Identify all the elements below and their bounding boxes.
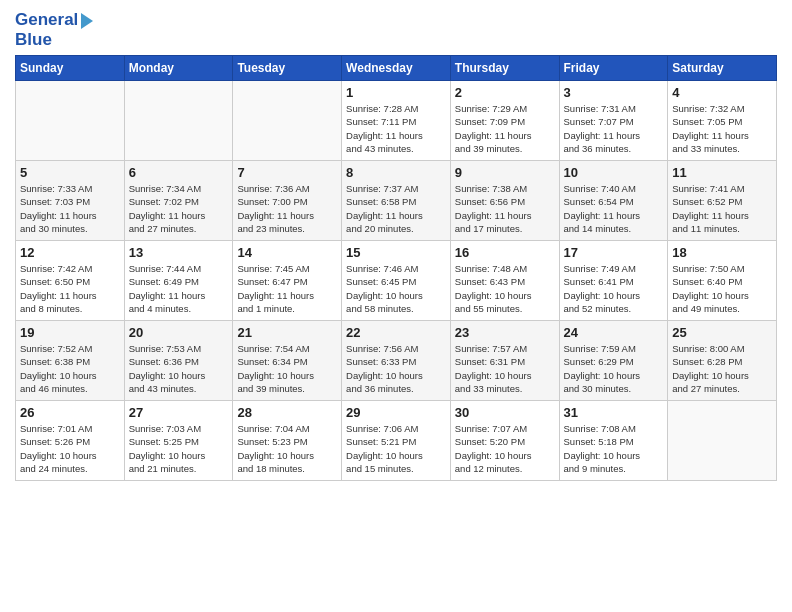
- weekday-header-friday: Friday: [559, 56, 668, 81]
- day-info: Sunrise: 7:37 AM Sunset: 6:58 PM Dayligh…: [346, 182, 446, 235]
- day-number: 17: [564, 245, 664, 260]
- day-number: 11: [672, 165, 772, 180]
- calendar-cell: 11Sunrise: 7:41 AM Sunset: 6:52 PM Dayli…: [668, 161, 777, 241]
- calendar-cell: 12Sunrise: 7:42 AM Sunset: 6:50 PM Dayli…: [16, 241, 125, 321]
- calendar-week-1: 1Sunrise: 7:28 AM Sunset: 7:11 PM Daylig…: [16, 81, 777, 161]
- calendar-cell: 28Sunrise: 7:04 AM Sunset: 5:23 PM Dayli…: [233, 401, 342, 481]
- calendar-cell: 21Sunrise: 7:54 AM Sunset: 6:34 PM Dayli…: [233, 321, 342, 401]
- day-info: Sunrise: 7:40 AM Sunset: 6:54 PM Dayligh…: [564, 182, 664, 235]
- day-info: Sunrise: 7:52 AM Sunset: 6:38 PM Dayligh…: [20, 342, 120, 395]
- day-info: Sunrise: 7:42 AM Sunset: 6:50 PM Dayligh…: [20, 262, 120, 315]
- day-info: Sunrise: 7:31 AM Sunset: 7:07 PM Dayligh…: [564, 102, 664, 155]
- calendar-cell: 26Sunrise: 7:01 AM Sunset: 5:26 PM Dayli…: [16, 401, 125, 481]
- day-info: Sunrise: 7:04 AM Sunset: 5:23 PM Dayligh…: [237, 422, 337, 475]
- calendar-cell: 22Sunrise: 7:56 AM Sunset: 6:33 PM Dayli…: [342, 321, 451, 401]
- calendar-cell: 15Sunrise: 7:46 AM Sunset: 6:45 PM Dayli…: [342, 241, 451, 321]
- weekday-header-sunday: Sunday: [16, 56, 125, 81]
- calendar-cell: 23Sunrise: 7:57 AM Sunset: 6:31 PM Dayli…: [450, 321, 559, 401]
- calendar-cell: 5Sunrise: 7:33 AM Sunset: 7:03 PM Daylig…: [16, 161, 125, 241]
- day-number: 10: [564, 165, 664, 180]
- day-number: 13: [129, 245, 229, 260]
- day-info: Sunrise: 7:07 AM Sunset: 5:20 PM Dayligh…: [455, 422, 555, 475]
- calendar-cell: 31Sunrise: 7:08 AM Sunset: 5:18 PM Dayli…: [559, 401, 668, 481]
- calendar-cell: 17Sunrise: 7:49 AM Sunset: 6:41 PM Dayli…: [559, 241, 668, 321]
- page-container: General Blue SundayMondayTuesdayWednesda…: [0, 0, 792, 491]
- weekday-header-wednesday: Wednesday: [342, 56, 451, 81]
- calendar-cell: 16Sunrise: 7:48 AM Sunset: 6:43 PM Dayli…: [450, 241, 559, 321]
- day-number: 12: [20, 245, 120, 260]
- calendar-cell: 8Sunrise: 7:37 AM Sunset: 6:58 PM Daylig…: [342, 161, 451, 241]
- calendar-cell: 25Sunrise: 8:00 AM Sunset: 6:28 PM Dayli…: [668, 321, 777, 401]
- calendar-cell: 3Sunrise: 7:31 AM Sunset: 7:07 PM Daylig…: [559, 81, 668, 161]
- day-info: Sunrise: 7:29 AM Sunset: 7:09 PM Dayligh…: [455, 102, 555, 155]
- day-number: 5: [20, 165, 120, 180]
- day-info: Sunrise: 8:00 AM Sunset: 6:28 PM Dayligh…: [672, 342, 772, 395]
- calendar-cell: 6Sunrise: 7:34 AM Sunset: 7:02 PM Daylig…: [124, 161, 233, 241]
- calendar-cell: 30Sunrise: 7:07 AM Sunset: 5:20 PM Dayli…: [450, 401, 559, 481]
- day-number: 24: [564, 325, 664, 340]
- calendar-cell: 10Sunrise: 7:40 AM Sunset: 6:54 PM Dayli…: [559, 161, 668, 241]
- day-number: 25: [672, 325, 772, 340]
- calendar-cell: 29Sunrise: 7:06 AM Sunset: 5:21 PM Dayli…: [342, 401, 451, 481]
- day-info: Sunrise: 7:41 AM Sunset: 6:52 PM Dayligh…: [672, 182, 772, 235]
- day-number: 6: [129, 165, 229, 180]
- calendar-week-4: 19Sunrise: 7:52 AM Sunset: 6:38 PM Dayli…: [16, 321, 777, 401]
- calendar-cell: [233, 81, 342, 161]
- day-info: Sunrise: 7:28 AM Sunset: 7:11 PM Dayligh…: [346, 102, 446, 155]
- calendar-cell: 19Sunrise: 7:52 AM Sunset: 6:38 PM Dayli…: [16, 321, 125, 401]
- calendar-cell: 14Sunrise: 7:45 AM Sunset: 6:47 PM Dayli…: [233, 241, 342, 321]
- day-info: Sunrise: 7:59 AM Sunset: 6:29 PM Dayligh…: [564, 342, 664, 395]
- day-number: 31: [564, 405, 664, 420]
- day-number: 2: [455, 85, 555, 100]
- day-number: 9: [455, 165, 555, 180]
- day-info: Sunrise: 7:45 AM Sunset: 6:47 PM Dayligh…: [237, 262, 337, 315]
- calendar-cell: 18Sunrise: 7:50 AM Sunset: 6:40 PM Dayli…: [668, 241, 777, 321]
- calendar-cell: [124, 81, 233, 161]
- day-number: 20: [129, 325, 229, 340]
- day-number: 14: [237, 245, 337, 260]
- calendar-cell: 27Sunrise: 7:03 AM Sunset: 5:25 PM Dayli…: [124, 401, 233, 481]
- header: General Blue: [15, 10, 777, 49]
- calendar-cell: [16, 81, 125, 161]
- weekday-header-monday: Monday: [124, 56, 233, 81]
- calendar-cell: [668, 401, 777, 481]
- day-number: 28: [237, 405, 337, 420]
- day-info: Sunrise: 7:01 AM Sunset: 5:26 PM Dayligh…: [20, 422, 120, 475]
- calendar-cell: 4Sunrise: 7:32 AM Sunset: 7:05 PM Daylig…: [668, 81, 777, 161]
- day-number: 1: [346, 85, 446, 100]
- day-number: 15: [346, 245, 446, 260]
- day-number: 19: [20, 325, 120, 340]
- weekday-header-tuesday: Tuesday: [233, 56, 342, 81]
- calendar-cell: 24Sunrise: 7:59 AM Sunset: 6:29 PM Dayli…: [559, 321, 668, 401]
- day-info: Sunrise: 7:34 AM Sunset: 7:02 PM Dayligh…: [129, 182, 229, 235]
- day-info: Sunrise: 7:36 AM Sunset: 7:00 PM Dayligh…: [237, 182, 337, 235]
- day-number: 21: [237, 325, 337, 340]
- day-info: Sunrise: 7:49 AM Sunset: 6:41 PM Dayligh…: [564, 262, 664, 315]
- calendar-week-5: 26Sunrise: 7:01 AM Sunset: 5:26 PM Dayli…: [16, 401, 777, 481]
- logo-arrow-icon: [81, 13, 93, 29]
- calendar-header-row: SundayMondayTuesdayWednesdayThursdayFrid…: [16, 56, 777, 81]
- day-info: Sunrise: 7:46 AM Sunset: 6:45 PM Dayligh…: [346, 262, 446, 315]
- calendar-cell: 13Sunrise: 7:44 AM Sunset: 6:49 PM Dayli…: [124, 241, 233, 321]
- day-number: 4: [672, 85, 772, 100]
- calendar-table: SundayMondayTuesdayWednesdayThursdayFrid…: [15, 55, 777, 481]
- day-info: Sunrise: 7:56 AM Sunset: 6:33 PM Dayligh…: [346, 342, 446, 395]
- day-number: 16: [455, 245, 555, 260]
- day-info: Sunrise: 7:57 AM Sunset: 6:31 PM Dayligh…: [455, 342, 555, 395]
- day-number: 8: [346, 165, 446, 180]
- day-number: 26: [20, 405, 120, 420]
- logo-general: General: [15, 10, 78, 29]
- weekday-header-thursday: Thursday: [450, 56, 559, 81]
- day-info: Sunrise: 7:06 AM Sunset: 5:21 PM Dayligh…: [346, 422, 446, 475]
- day-number: 23: [455, 325, 555, 340]
- day-info: Sunrise: 7:08 AM Sunset: 5:18 PM Dayligh…: [564, 422, 664, 475]
- day-number: 18: [672, 245, 772, 260]
- day-info: Sunrise: 7:33 AM Sunset: 7:03 PM Dayligh…: [20, 182, 120, 235]
- calendar-cell: 9Sunrise: 7:38 AM Sunset: 6:56 PM Daylig…: [450, 161, 559, 241]
- calendar-cell: 7Sunrise: 7:36 AM Sunset: 7:00 PM Daylig…: [233, 161, 342, 241]
- calendar-cell: 2Sunrise: 7:29 AM Sunset: 7:09 PM Daylig…: [450, 81, 559, 161]
- day-info: Sunrise: 7:54 AM Sunset: 6:34 PM Dayligh…: [237, 342, 337, 395]
- logo: General Blue: [15, 10, 94, 49]
- day-number: 29: [346, 405, 446, 420]
- day-info: Sunrise: 7:50 AM Sunset: 6:40 PM Dayligh…: [672, 262, 772, 315]
